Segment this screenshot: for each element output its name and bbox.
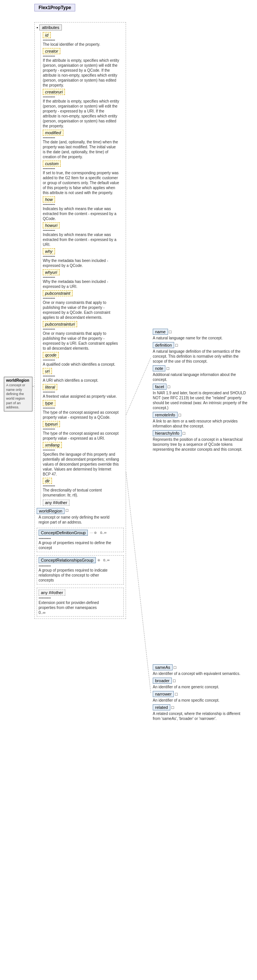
field-type: type ▪▪▪▪▪▪▪▪▪▪ The type of the concept …: [43, 400, 124, 420]
field-name-pubconstraint: pubconstraint: [43, 290, 73, 296]
main-dashed-box: ▪ attributes id ▪▪▪▪▪▪▪▪▪▪ The local ide…: [34, 22, 126, 619]
field-pubconstraint: pubconstraint ▪▪▪▪▪▪▪▪▪▪ One or many con…: [43, 290, 124, 320]
field-why: why ▪▪▪▪▪▪▪▪▪▪ Why the metadata has been…: [43, 248, 124, 268]
title-bar: Flex1PropType: [34, 4, 75, 11]
field-desc-typeuri: The type of the concept assigned as conc…: [43, 431, 119, 441]
field-name-id: id: [43, 32, 51, 38]
concept-relationships-group-box: ConceptRelationshipsGroup ⊕ 0..∞ ▪▪▪▪▪▪▪…: [37, 555, 124, 585]
concept-definition-group-label: ConceptDefinitionGroup: [39, 530, 88, 536]
field-howuri: howuri ▪▪▪▪▪▪▪▪▪▪ Indicates by which mea…: [43, 222, 124, 247]
field-xmllang: xmllang ▪▪▪▪▪▪▪▪▪▪ Specifies the languag…: [43, 442, 124, 477]
right-field-name-icon: □: [169, 329, 172, 334]
right-field-definition: definition □ A natural language definiti…: [153, 342, 256, 364]
any-other-bottom-box: any ##other ▪▪▪▪▪▪▪▪▪▪ Extension point f…: [37, 588, 124, 617]
right-field-definition-desc: A natural language definition of the sem…: [153, 349, 248, 364]
right-field-broader: broader □ An identifier of a more generi…: [153, 678, 256, 689]
any-other-bottom-label: any ##other: [39, 590, 65, 596]
field-desc-creator: If the attribute is empty, specifies whi…: [43, 58, 119, 88]
right-field-name: name □ A natural language name for the c…: [153, 329, 256, 341]
right-field-narrower-icon: □: [175, 692, 178, 696]
crg-desc: A group of properties required to indica…: [39, 568, 115, 583]
world-region-sidebar-label: worldRegion: [6, 378, 30, 382]
field-name-modified: modified: [43, 130, 63, 136]
field-creator: creator ▪▪▪▪▪▪▪▪▪▪ If the attribute is e…: [43, 48, 124, 88]
field-name-whyuri: whyuri: [43, 269, 60, 275]
cdg-connector-icon: ⊕: [94, 531, 97, 535]
field-desc-whyuri: Why the metadata has been included - exp…: [43, 279, 119, 289]
world-region-row: worldRegion □: [37, 508, 124, 514]
right-field-related-label: related: [153, 704, 170, 710]
right-field-sameas-icon: □: [174, 665, 176, 670]
field-name-custom: custom: [43, 161, 61, 167]
field-desc-dir: The directionality of textual content (e…: [43, 488, 119, 498]
right-field-remoteinfo-desc: A link to an item or a web resource whic…: [153, 419, 248, 429]
attributes-section: ▪ attributes id ▪▪▪▪▪▪▪▪▪▪ The local ide…: [37, 24, 124, 506]
field-custom: custom ▪▪▪▪▪▪▪▪▪▪ If set to true, the co…: [43, 161, 124, 195]
field-id: id ▪▪▪▪▪▪▪▪▪▪ The local identifier of th…: [43, 32, 124, 47]
field-name-creatoruri: creatoruri: [43, 89, 65, 95]
world-region-icon: □: [66, 508, 68, 512]
right-field-facet-desc: In NAR 1.9 and later, facet is deprecate…: [153, 390, 248, 410]
field-uri: uri ▪▪▪▪▪▪▪▪▪▪ A URI which identifies a …: [43, 368, 124, 383]
field-name-literal: literal: [43, 384, 57, 390]
field-name-why: why: [43, 248, 55, 254]
field-name-type: type: [43, 400, 55, 406]
field-desc-modified: The date (and, optionally, the time) whe…: [43, 140, 119, 159]
right-field-hierarchyinfo-desc: Represents the position of a concept in …: [153, 437, 248, 452]
collapse-icon: ▪: [37, 25, 38, 30]
right-field-note-icon: □: [166, 366, 169, 371]
right-field-remoteinfo-icon: □: [179, 413, 181, 417]
right-field-remoteinfo: remoteInfo □ A link to an item or a web …: [153, 412, 256, 429]
right-field-name-desc: A natural language name for the concept.: [153, 336, 248, 341]
right-field-facet-label: facet: [153, 384, 166, 390]
world-region-element: worldRegion: [37, 508, 65, 514]
field-dir: dir ▪▪▪▪▪▪▪▪▪▪ The directionality of tex…: [43, 478, 124, 498]
right-field-facet: facet □ In NAR 1.9 and later, facet is d…: [153, 384, 256, 410]
right-field-hierarchyinfo-icon: □: [183, 431, 186, 435]
attributes-label: attributes: [39, 24, 62, 31]
right-field-broader-label: broader: [153, 678, 172, 684]
right-field-definition-icon: □: [175, 343, 178, 347]
field-desc-xmllang: Specifies the language of this property …: [43, 452, 119, 477]
right-field-related-desc: A related concept, where the relationshi…: [153, 711, 248, 721]
right-field-broader-desc: An identifier of a more generic concept.: [153, 684, 248, 689]
cdg-multiplicity: 0..∞: [100, 531, 106, 535]
right-field-note: note □ Additional natural language infor…: [153, 365, 256, 382]
world-region-sidebar-desc: A concept or name only defining the worl…: [6, 383, 30, 410]
svg-line-2: [126, 472, 151, 693]
field-desc-literal: A freetext value assigned as property va…: [43, 394, 119, 399]
field-name-how: how: [43, 196, 55, 202]
right-field-narrower-desc: An identifier of a more specific concept…: [153, 698, 248, 703]
field-name-dir: dir: [43, 478, 52, 484]
fields-list: id ▪▪▪▪▪▪▪▪▪▪ The local identifier of th…: [40, 32, 124, 506]
concept-definition-group-box: ConceptDefinitionGroup ···· ⊕ 0..∞ ▪▪▪▪▪…: [37, 528, 124, 552]
field-name-xmllang: xmllang: [43, 442, 62, 448]
field-modified: modified ▪▪▪▪▪▪▪▪▪▪ The date (and, optio…: [43, 130, 124, 159]
right-field-sameas-desc: An identifier of a concept with equivale…: [153, 671, 248, 676]
world-region-sidebar: worldRegion A concept or name only defin…: [4, 377, 32, 411]
field-whyuri: whyuri ▪▪▪▪▪▪▪▪▪▪ Why the metadata has b…: [43, 269, 124, 289]
right-field-definition-label: definition: [153, 342, 174, 348]
field-desc-uri: A URI which identifies a concept.: [43, 378, 119, 383]
diagram-container: Flex1PropType ▪ attributes id ▪▪▪▪▪▪▪▪▪▪…: [0, 0, 257, 980]
field-desc-qcode: A qualified code which identifies a conc…: [43, 362, 119, 367]
right-field-name-label: name: [153, 329, 168, 335]
crg-connector-icon: ⊕: [97, 558, 100, 562]
field-name-uri: uri: [43, 368, 52, 374]
right-same-as-section: sameAs □ An identifier of a concept with…: [153, 663, 256, 723]
right-field-remoteinfo-label: remoteInfo: [153, 412, 178, 418]
field-desc-pubconstrainturi: One or many constraints that apply to pu…: [43, 331, 119, 351]
world-region-desc: A concept or name only defining the worl…: [39, 515, 115, 525]
right-field-sameas-label: sameAs: [153, 664, 173, 670]
field-desc-how: Indicates by which means the value was e…: [43, 206, 119, 221]
field-creatoruri: creatoruri ▪▪▪▪▪▪▪▪▪▪ If the attribute i…: [43, 89, 124, 129]
field-pubconstrainturi: pubconstrainturi ▪▪▪▪▪▪▪▪▪▪ One or many …: [43, 321, 124, 351]
field-desc-id: The local identifier of the property.: [43, 42, 119, 47]
field-name-pubconstrainturi: pubconstrainturi: [43, 321, 77, 327]
field-dots-id: ▪▪▪▪▪▪▪▪▪▪: [43, 38, 124, 42]
field-desc-pubconstraint: One or many constraints that apply to pu…: [43, 300, 119, 320]
crg-multiplicity: 0..∞: [103, 558, 110, 562]
right-field-note-desc: Additional natural language information …: [153, 372, 248, 382]
any-other-label: any ##other: [43, 500, 70, 506]
field-qcode: qcode ▪▪▪▪▪▪▪▪▪▪ A qualified code which …: [43, 352, 124, 367]
